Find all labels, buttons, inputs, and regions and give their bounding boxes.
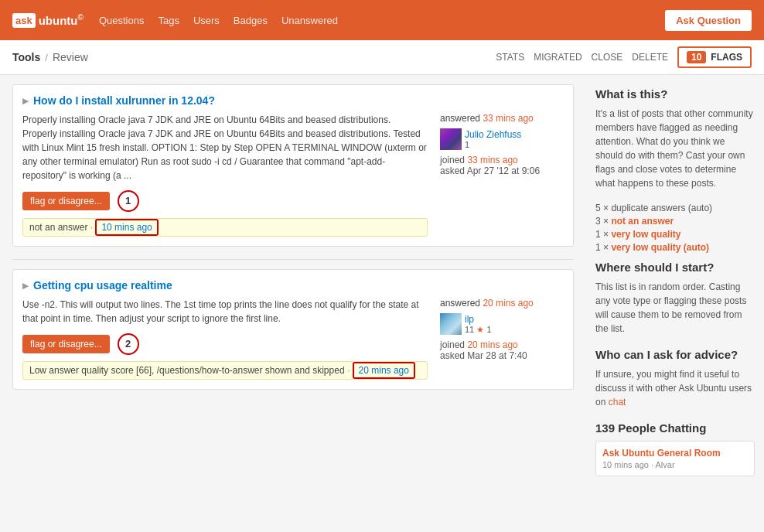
post-1-body: Properly installing Oracle java 7 JDK an… (22, 113, 428, 182)
flag-stat-3: 1 × very low quality (auto) (595, 242, 755, 253)
logo-ask: ask (12, 13, 36, 28)
post-1-actions: flag or disagree... 1 (22, 190, 428, 212)
chat-link[interactable]: chat (609, 397, 626, 408)
migrated-link[interactable]: MIGRATED (534, 52, 582, 63)
where-title: Where should I start? (595, 261, 755, 274)
post-2-username[interactable]: ilp (465, 314, 474, 325)
post-1-flag-info: not an answer · 10 mins ago (22, 218, 428, 237)
header: ask ubuntu© Questions Tags Users Badges … (0, 0, 764, 40)
what-is-this-text: It's a list of posts that other communit… (595, 107, 755, 190)
post-1-joined: joined 33 mins ago (440, 155, 564, 165)
post-1-user-card: Julio Ziehfuss 1 (440, 128, 564, 150)
post-2-user-card: ilp 11 ★ 1 (440, 313, 564, 335)
post-1-number: 1 (118, 190, 139, 212)
main-layout: ▶ How do I install xulrunner in 12.04? P… (0, 75, 764, 501)
post-2-flag-info: Low answer quality score [66], /question… (22, 361, 428, 380)
who-text: If unsure, you might find it useful to d… (595, 367, 755, 409)
breadcrumb-right: STATS MIGRATED CLOSE DELETE 10 FLAGS ↑ (496, 46, 752, 68)
logo-ubuntu: ubuntu© (39, 13, 84, 27)
post-item: ▶ How do I install xulrunner in 12.04? P… (12, 84, 574, 247)
post-1-rep: 1 (465, 140, 521, 149)
post-2-title[interactable]: ▶ Getting cpu usage realtime (22, 279, 564, 292)
flag-stat-2: 1 × very low quality (595, 229, 755, 240)
post-2-rep: 11 ★ 1 (465, 325, 492, 335)
chat-room-meta: 10 mins ago · Alvar (602, 460, 748, 469)
chatting-title: 139 People Chatting (595, 421, 755, 435)
post-2-body: Use -n2. This will output two lines. The… (22, 298, 428, 326)
post-1-asked: asked Apr 27 '12 at 9:06 (440, 165, 564, 176)
logo[interactable]: ask ubuntu© (12, 13, 84, 28)
post-2-answered: answered 20 mins ago (440, 298, 564, 309)
nav-badges[interactable]: Badges (234, 15, 268, 26)
delete-link[interactable]: DELETE (632, 52, 668, 63)
what-is-this-title: What is this? (595, 87, 755, 101)
post-2-joined: joined 20 mins ago (440, 339, 564, 350)
post-2-avatar (440, 313, 462, 335)
post-2-time-badge[interactable]: 20 mins ago (353, 362, 415, 379)
post-2-asked: asked Mar 28 at 7:40 (440, 350, 564, 361)
post-1-username[interactable]: Julio Ziehfuss (465, 129, 521, 140)
nav-users[interactable]: Users (193, 15, 220, 26)
post-2-number: 2 (118, 333, 139, 355)
who-title: Who can I ask for advice? (595, 348, 755, 361)
what-is-this-box: What is this? It's a list of posts that … (595, 87, 755, 190)
post-2-actions: flag or disagree... 2 (22, 333, 428, 355)
flags-label: FLAGS (711, 52, 742, 63)
content-area: ▶ How do I install xulrunner in 12.04? P… (0, 75, 586, 501)
nav-questions[interactable]: Questions (99, 15, 145, 26)
who-box: Who can I ask for advice? If unsure, you… (595, 348, 755, 409)
chat-room-name: Ask Ubuntu General Room (602, 448, 748, 459)
breadcrumb-review[interactable]: Review (53, 51, 88, 63)
post-1-user-info: answered 33 mins ago Julio Ziehfuss 1 jo… (440, 113, 564, 237)
flags-count: 10 (687, 51, 706, 63)
stats-link[interactable]: STATS (496, 52, 524, 63)
post-1-time-badge[interactable]: 10 mins ago (95, 219, 158, 236)
breadcrumb-left: Tools / Review (12, 51, 88, 63)
flag-stats: 5 × duplicate answers (auto) 3 × not an … (595, 203, 755, 253)
post-divider (12, 259, 574, 260)
post-2-triangle-icon: ▶ (22, 281, 29, 290)
flags-button[interactable]: 10 FLAGS (677, 46, 752, 68)
where-box: Where should I start? This list is in ra… (595, 261, 755, 336)
post-1-avatar (440, 128, 462, 150)
flag-stat-0: 5 × duplicate answers (auto) (595, 203, 755, 213)
nav-unanswered[interactable]: Unanswered (281, 15, 338, 26)
flags-container: 10 FLAGS ↑ (677, 46, 752, 68)
post-1-flag-info-row: not an answer · 10 mins ago (22, 218, 428, 237)
post-2-flag-info-row: Low answer quality score [66], /question… (22, 361, 428, 380)
post-1-flag-button[interactable]: flag or disagree... (22, 192, 110, 210)
post-2-user-info: answered 20 mins ago ilp 11 ★ 1 (440, 298, 564, 380)
nav-tags[interactable]: Tags (158, 15, 179, 26)
sidebar: What is this? It's a list of posts that … (586, 75, 764, 501)
flag-stat-1: 3 × not an answer (595, 216, 755, 227)
breadcrumb-tools[interactable]: Tools (12, 51, 40, 63)
breadcrumb-bar: Tools / Review STATS MIGRATED CLOSE DELE… (0, 40, 764, 75)
ask-question-button[interactable]: Ask Question (665, 10, 752, 31)
post-1-answered: answered 33 mins ago (440, 113, 564, 124)
close-link[interactable]: CLOSE (592, 52, 623, 63)
chatting-box: 139 People Chatting Ask Ubuntu General R… (595, 421, 755, 476)
breadcrumb-separator: / (45, 52, 48, 63)
where-text: This list is in random order. Casting an… (595, 280, 755, 336)
post-2-flag-button[interactable]: flag or disagree... (22, 335, 110, 353)
post-1-title[interactable]: ▶ How do I install xulrunner in 12.04? (22, 94, 564, 107)
chat-room[interactable]: Ask Ubuntu General Room 10 mins ago · Al… (595, 441, 755, 476)
post-triangle-icon: ▶ (22, 97, 29, 105)
post-2-item: ▶ Getting cpu usage realtime Use -n2. Th… (12, 269, 574, 390)
